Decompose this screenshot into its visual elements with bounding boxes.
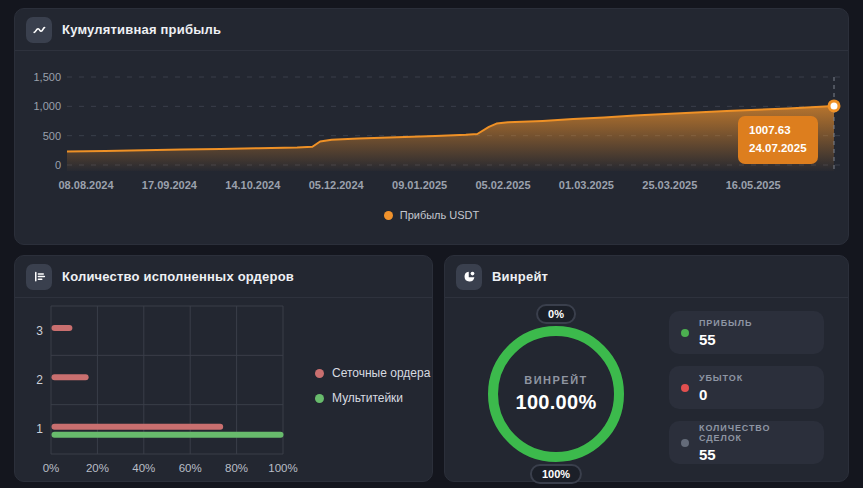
y-tick-label: 2: [36, 373, 43, 387]
x-tick-label: 08.08.2024: [58, 179, 114, 191]
x-tick-label: 60%: [179, 462, 202, 474]
stat-dot-loss: [681, 384, 689, 392]
stat-label-loss: УБЫТОК: [699, 373, 743, 383]
stat-value-loss: 0: [699, 386, 743, 403]
panel-title: Винрейт: [492, 269, 548, 284]
legend-label-grid-orders: Сеточные ордера: [332, 366, 430, 380]
winrate-panel: Винрейт ВИНРЕЙТ 100.00% 0% 100% ПРИБЫЛЬ …: [444, 255, 849, 482]
winrate-ring: [476, 314, 636, 474]
executed-orders-panel: Количество исполненных ордеров 3210%20%4…: [14, 255, 433, 482]
tooltip-value: 1007.63: [749, 122, 807, 140]
x-tick-label: 25.03.2025: [642, 179, 697, 191]
stat-dot-trades: [681, 439, 689, 447]
line-chart-icon: [26, 17, 52, 43]
x-tick-label: 14.10.2024: [225, 179, 281, 191]
x-tick-label: 05.12.2024: [309, 179, 365, 191]
cumulative-legend[interactable]: Прибыль USDT: [15, 209, 848, 221]
panel-title: Количество исполненных ордеров: [62, 269, 294, 284]
legend-label-multitakes: Мультитейки: [332, 391, 403, 405]
orders-legend: Сеточные ордера Мультитейки: [315, 366, 430, 405]
panel-title: Кумулятивная прибыль: [62, 22, 221, 37]
stat-card-profit: ПРИБЫЛЬ 55: [669, 311, 824, 354]
x-tick-label: 05.02.2025: [475, 179, 530, 191]
executed-orders-header: Количество исполненных ордеров: [15, 256, 432, 298]
stat-label-trades: КОЛИЧЕСТВО СДЕЛОК: [699, 423, 812, 443]
tooltip-date: 24.07.2025: [749, 140, 807, 158]
winrate-donut[interactable]: ВИНРЕЙТ 100.00% 0% 100%: [476, 314, 636, 474]
bar-list-icon: [26, 264, 52, 290]
x-tick-label: 0%: [43, 462, 60, 474]
cumulative-profit-chart[interactable]: 05001,0001,50008.08.202417.09.202414.10.…: [15, 53, 850, 203]
stat-dot-profit: [681, 329, 689, 337]
x-tick-label: 09.01.2025: [392, 179, 447, 191]
y-tick-label: 1: [36, 422, 43, 436]
x-tick-label: 100%: [268, 462, 297, 474]
winrate-badge-hundred: 100%: [530, 464, 582, 484]
x-tick-label: 16.05.2025: [726, 179, 781, 191]
stat-value-trades: 55: [699, 446, 812, 463]
stat-label-profit: ПРИБЫЛЬ: [699, 318, 752, 328]
legend-label-profit: Прибыль USDT: [400, 209, 480, 221]
x-tick-label: 17.09.2024: [142, 179, 198, 191]
cumulative-profit-panel: Кумулятивная прибыль 05001,0001,50008.08…: [14, 8, 849, 245]
x-tick-label: 80%: [225, 462, 248, 474]
y-tick-label: 3: [36, 324, 43, 338]
legend-dot-grid-orders: [315, 369, 324, 378]
winrate-badge-zero: 0%: [536, 304, 576, 324]
legend-dot-multitakes: [315, 394, 324, 403]
legend-item-grid-orders[interactable]: Сеточные ордера: [315, 366, 430, 380]
legend-dot-profit: [384, 211, 393, 220]
legend-item-multitakes[interactable]: Мультитейки: [315, 391, 430, 405]
svg-text:1,000: 1,000: [33, 100, 61, 112]
svg-text:0: 0: [55, 159, 61, 171]
winrate-header: Винрейт: [445, 256, 848, 298]
x-tick-label: 40%: [132, 462, 155, 474]
x-tick-label: 20%: [86, 462, 109, 474]
chart-tooltip: 1007.63 24.07.2025: [738, 116, 818, 164]
svg-text:500: 500: [43, 130, 61, 142]
svg-text:1,500: 1,500: [33, 71, 61, 83]
stat-card-loss: УБЫТОК 0: [669, 366, 824, 409]
stat-value-profit: 55: [699, 331, 752, 348]
x-tick-label: 01.03.2025: [559, 179, 614, 191]
winrate-stats: ПРИБЫЛЬ 55 УБЫТОК 0 КОЛИЧЕСТВО СДЕЛОК 55: [669, 311, 824, 464]
pie-chart-icon: [456, 264, 482, 290]
cumulative-profit-header: Кумулятивная прибыль: [15, 9, 848, 51]
stat-card-trades: КОЛИЧЕСТВО СДЕЛОК 55: [669, 421, 824, 464]
